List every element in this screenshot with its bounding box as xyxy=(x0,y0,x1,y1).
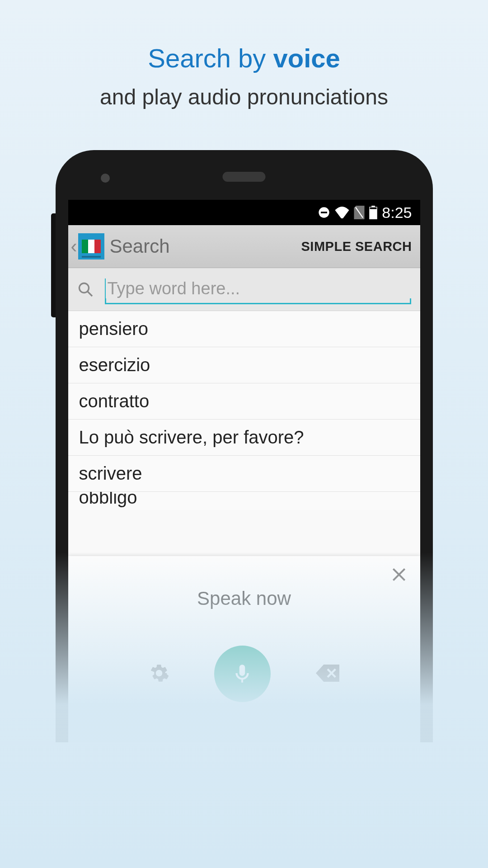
promo-title-bold: voice xyxy=(273,43,340,73)
app-bar: ‹ Search SIMPLE SEARCH xyxy=(68,225,420,268)
microphone-button[interactable] xyxy=(214,646,271,702)
list-item[interactable]: scrivere xyxy=(68,456,420,492)
promo-title: Search by voice xyxy=(148,43,340,73)
svg-line-7 xyxy=(87,292,92,297)
close-icon[interactable] xyxy=(390,566,408,587)
app-icon[interactable] xyxy=(78,233,104,259)
promo-title-prefix: Search by xyxy=(148,43,273,73)
simple-search-button[interactable]: SIMPLE SEARCH xyxy=(301,239,412,254)
phone-side-button xyxy=(51,213,56,317)
svg-rect-5 xyxy=(370,208,377,209)
battery-icon xyxy=(369,206,377,219)
app-bar-title: Search xyxy=(110,236,301,257)
list-item[interactable]: esercizio xyxy=(68,347,420,383)
word-list: pensiero esercizio contratto Lo può scri… xyxy=(68,311,420,510)
search-row: Type word here... xyxy=(68,268,420,311)
phone-frame: 8:25 ‹ Search SIMPLE SEARCH xyxy=(56,150,433,742)
search-icon xyxy=(77,281,94,297)
gear-icon[interactable] xyxy=(149,663,169,685)
screen: 8:25 ‹ Search SIMPLE SEARCH xyxy=(68,200,420,742)
wifi-icon xyxy=(335,207,349,218)
sim-icon xyxy=(354,206,365,219)
svg-rect-1 xyxy=(321,212,327,213)
svg-rect-4 xyxy=(372,206,375,208)
list-item[interactable]: obbligo xyxy=(68,492,420,510)
voice-panel: Speak now xyxy=(68,556,420,742)
status-bar: 8:25 xyxy=(68,200,420,225)
search-input[interactable]: Type word here... xyxy=(105,275,411,304)
phone-top xyxy=(56,150,433,200)
list-item[interactable]: contratto xyxy=(68,383,420,420)
do-not-disturb-icon xyxy=(318,206,330,219)
svg-point-6 xyxy=(79,283,89,293)
list-item[interactable]: pensiero xyxy=(68,311,420,347)
back-icon[interactable]: ‹ xyxy=(71,236,77,257)
voice-panel-title: Speak now xyxy=(197,588,291,609)
backspace-icon[interactable] xyxy=(316,664,339,684)
text-cursor xyxy=(105,278,106,299)
list-item[interactable]: Lo può scrivere, per favore? xyxy=(68,420,420,456)
promo-subtitle: and play audio pronunciations xyxy=(100,85,388,109)
voice-controls xyxy=(149,646,339,702)
search-placeholder: Type word here... xyxy=(108,279,240,298)
italian-flag-icon xyxy=(82,240,101,253)
status-time: 8:25 xyxy=(382,204,412,222)
